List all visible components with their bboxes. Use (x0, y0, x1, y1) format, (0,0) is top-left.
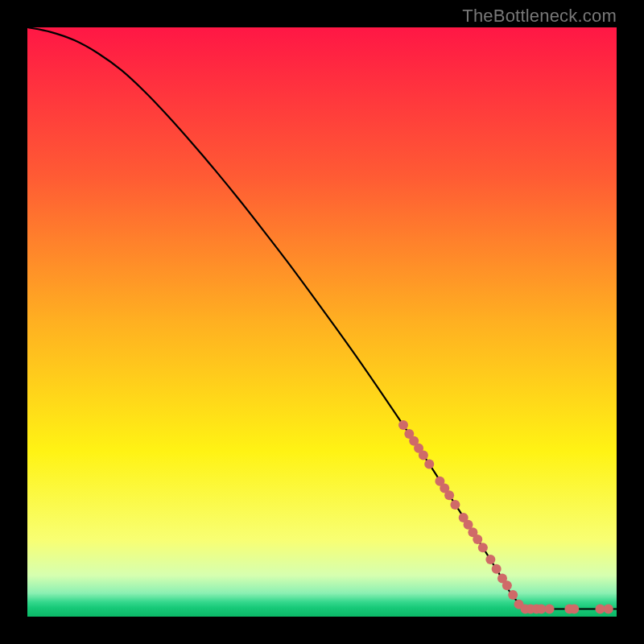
marker-dot (424, 459, 434, 469)
marker-dot (478, 543, 488, 552)
marker-dot (596, 604, 605, 613)
marker-dot (419, 450, 428, 460)
marker-dot (545, 604, 555, 613)
marker-dot (569, 604, 579, 613)
marker-dot (444, 490, 454, 500)
chart-stage: TheBottleneck.com (0, 0, 644, 644)
watermark-text: TheBottleneck.com (462, 6, 617, 27)
marker-dot (604, 604, 613, 613)
markers-layer (27, 27, 617, 617)
marker-dot (450, 500, 460, 510)
marker-dot (492, 564, 502, 574)
marker-dot (536, 604, 546, 613)
plot-area (27, 27, 617, 617)
marker-dot (398, 420, 408, 430)
marker-dot (473, 535, 482, 544)
marker-dot (485, 555, 495, 564)
marker-dot (502, 580, 512, 590)
marker-dot (508, 590, 518, 600)
